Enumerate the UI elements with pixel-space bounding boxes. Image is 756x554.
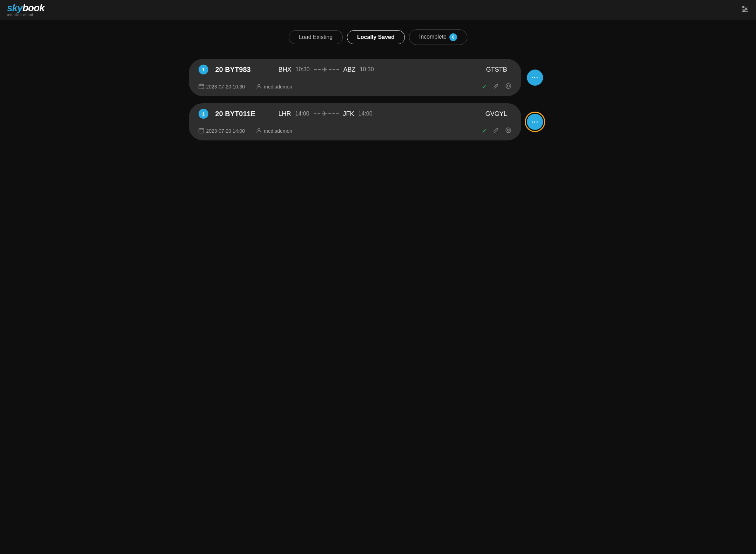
flight-date-2: 2023-07-20 14:00 xyxy=(206,128,245,134)
flight-badge-2: 1 xyxy=(199,109,208,119)
user-item-1: mediademon xyxy=(256,84,292,90)
svg-point-4 xyxy=(745,8,747,10)
dest-time-2: 14:00 xyxy=(359,111,373,117)
radio-icon-1[interactable] xyxy=(505,83,511,91)
flight-user-2: mediademon xyxy=(264,128,292,134)
flight-card-2: 1 20 BYT011E LHR 14:00 ✈ JFK 14:00 xyxy=(189,103,568,140)
dash-left-2 xyxy=(314,113,316,114)
plane-icon-1: ✈ xyxy=(322,65,328,74)
dash-right3-2 xyxy=(336,113,339,114)
logo-text: skybook xyxy=(7,3,45,13)
dash-right-2 xyxy=(328,113,331,114)
user-item-2: mediademon xyxy=(256,128,292,134)
header-actions xyxy=(741,5,749,15)
flight-sub-row-1: 2023-07-20 10:30 mediademon ✓ xyxy=(189,80,521,96)
dash-right3-1 xyxy=(336,69,339,70)
flight-route-2: LHR 14:00 ✈ JFK 14:00 xyxy=(279,110,479,118)
origin-time-1: 10:30 xyxy=(296,66,310,73)
dash-left2-2 xyxy=(317,113,320,114)
flight-main-row-1: 1 20 BYT983 BHX 10:30 ✈ ABZ 10:30 xyxy=(189,59,521,80)
tab-load-existing[interactable]: Load Existing xyxy=(289,30,343,44)
flight-id-1: 20 BYT983 xyxy=(215,66,272,74)
flight-sub-row-2: 2023-07-20 14:00 mediademon ✓ xyxy=(189,124,521,140)
date-item-1: 2023-07-20 10:30 xyxy=(199,84,245,90)
svg-rect-13 xyxy=(199,128,204,133)
origin-code-2: LHR xyxy=(279,110,291,118)
dash-left2-1 xyxy=(318,69,321,70)
svg-point-12 xyxy=(507,85,509,87)
more-button-1[interactable]: ⋯ xyxy=(527,70,543,86)
dash-left-1 xyxy=(314,69,317,70)
reg-code-1: GTSTB xyxy=(486,66,507,73)
tabs-container: Load Existing Locally Saved Incomplete0 xyxy=(0,20,756,52)
tab-locally-saved[interactable]: Locally Saved xyxy=(347,30,405,44)
incomplete-badge: 0 xyxy=(449,33,457,41)
flight-card-inner-2: 1 20 BYT011E LHR 14:00 ✈ JFK 14:00 xyxy=(189,103,521,140)
flight-user-1: mediademon xyxy=(264,84,292,90)
dash-right2-1 xyxy=(333,69,335,70)
dest-time-1: 10:30 xyxy=(360,66,374,73)
sub-actions-2: ✓ xyxy=(482,127,511,135)
flight-badge-1: 1 xyxy=(199,65,208,74)
tab-incomplete[interactable]: Incomplete0 xyxy=(409,29,467,45)
user-icon-1 xyxy=(256,84,262,90)
svg-point-19 xyxy=(507,129,509,131)
reg-code-2: GVGYL xyxy=(485,110,507,118)
flights-list: 1 20 BYT983 BHX 10:30 ✈ ABZ 10:30 xyxy=(168,52,589,154)
origin-time-2: 14:00 xyxy=(295,111,309,117)
user-icon-2 xyxy=(256,128,262,134)
calendar-icon-1 xyxy=(199,84,204,90)
sub-actions-1: ✓ xyxy=(482,83,511,91)
plane-icon-2: ✈ xyxy=(321,110,327,118)
flight-main-row-2: 1 20 BYT011E LHR 14:00 ✈ JFK 14:00 xyxy=(189,103,521,124)
flight-card-1: 1 20 BYT983 BHX 10:30 ✈ ABZ 10:30 xyxy=(189,59,568,96)
flight-date-1: 2023-07-20 10:30 xyxy=(206,84,245,90)
tab-incomplete-label: Incomplete xyxy=(419,34,447,40)
svg-point-11 xyxy=(506,84,511,88)
origin-code-1: BHX xyxy=(279,66,292,73)
app-header: skybook aviation cloud xyxy=(0,0,756,20)
check-icon-2: ✓ xyxy=(482,127,487,135)
dest-code-1: ABZ xyxy=(343,66,356,73)
svg-point-5 xyxy=(743,11,745,12)
svg-point-3 xyxy=(743,6,744,8)
calendar-icon-2 xyxy=(199,128,204,134)
svg-rect-6 xyxy=(199,84,204,89)
more-button-2[interactable]: ⋯ xyxy=(527,114,543,130)
svg-point-18 xyxy=(506,128,511,133)
flight-route-1: BHX 10:30 ✈ ABZ 10:30 xyxy=(279,65,479,74)
logo-subtitle: aviation cloud xyxy=(7,13,45,17)
svg-point-17 xyxy=(258,128,260,131)
flight-id-2: 20 BYT011E xyxy=(215,110,272,118)
radio-icon-2[interactable] xyxy=(505,127,511,135)
logo: skybook aviation cloud xyxy=(7,3,45,17)
date-item-2: 2023-07-20 14:00 xyxy=(199,128,245,134)
dash-right2-2 xyxy=(332,113,335,114)
check-icon-1: ✓ xyxy=(482,83,487,91)
flight-card-inner-1: 1 20 BYT983 BHX 10:30 ✈ ABZ 10:30 xyxy=(189,59,521,96)
edit-icon-2[interactable] xyxy=(493,127,499,134)
dash-right-1 xyxy=(329,69,332,70)
edit-icon-1[interactable] xyxy=(493,83,499,90)
filter-icon[interactable] xyxy=(741,5,749,15)
dest-code-2: JFK xyxy=(343,110,354,118)
svg-point-10 xyxy=(258,84,260,86)
